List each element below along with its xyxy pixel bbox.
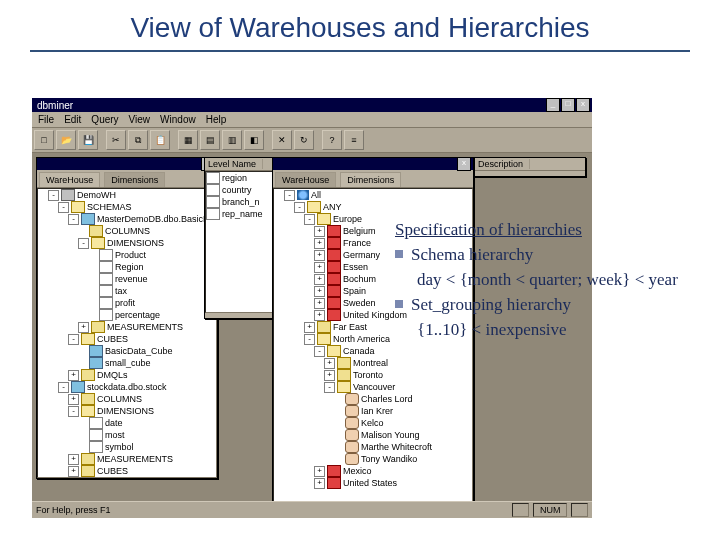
tree-node[interactable]: symbol [38, 441, 216, 453]
tree-node[interactable]: COLUMNS [38, 225, 216, 237]
tree-node[interactable]: percentage [38, 309, 216, 321]
expand-icon[interactable]: - [58, 382, 69, 393]
tree-node[interactable]: most [38, 429, 216, 441]
expand-icon[interactable]: - [314, 346, 325, 357]
cut-icon[interactable]: ✂ [106, 130, 126, 150]
tab-dimensions[interactable]: Dimensions [340, 172, 401, 187]
expand-icon[interactable]: + [314, 226, 325, 237]
expand-icon[interactable]: + [304, 322, 315, 333]
tree-node[interactable]: +MEASUREMENTS [38, 321, 216, 333]
maximize-icon[interactable]: □ [561, 98, 575, 112]
tree-node[interactable]: -DIMENSIONS [38, 237, 216, 249]
expand-icon[interactable]: - [284, 190, 295, 201]
expand-icon[interactable]: - [294, 202, 305, 213]
expand-icon[interactable]: + [68, 466, 79, 477]
tree-node[interactable]: BasicData_Cube [38, 345, 216, 357]
refresh-icon[interactable]: ↻ [294, 130, 314, 150]
save-icon[interactable]: 💾 [78, 130, 98, 150]
menu-window[interactable]: Window [160, 114, 196, 125]
tree-node[interactable]: Region [38, 261, 216, 273]
tree-node[interactable]: Charles Lord [274, 393, 472, 405]
tab-warehouse[interactable]: WareHouse [275, 172, 336, 187]
tree-node[interactable]: -All [274, 189, 472, 201]
help-icon[interactable]: ? [322, 130, 342, 150]
expand-icon[interactable]: - [324, 382, 335, 393]
expand-icon[interactable]: - [68, 214, 79, 225]
expand-icon[interactable]: + [314, 238, 325, 249]
tree-node[interactable]: -CUBES [38, 333, 216, 345]
menu-file[interactable]: File [38, 114, 54, 125]
tree-node[interactable]: small_cube [38, 357, 216, 369]
expand-icon[interactable]: - [58, 202, 69, 213]
expand-icon[interactable]: - [48, 190, 59, 201]
expand-icon[interactable]: + [68, 370, 79, 381]
tree-node[interactable]: +MEASUREMENTS [38, 453, 216, 465]
expand-icon[interactable]: + [68, 394, 79, 405]
tree-node[interactable]: +Montreal [274, 357, 472, 369]
expand-icon[interactable]: - [304, 334, 315, 345]
cancel-icon[interactable]: ✕ [272, 130, 292, 150]
close-icon[interactable]: x [576, 98, 590, 112]
child-titlebar[interactable]: x [37, 158, 217, 170]
tree-node[interactable]: Malison Young [274, 429, 472, 441]
open-icon[interactable]: 📂 [56, 130, 76, 150]
expand-icon[interactable]: - [78, 238, 89, 249]
expand-icon[interactable]: + [314, 286, 325, 297]
expand-icon[interactable]: - [304, 214, 315, 225]
tree-node[interactable]: -DemoWH [38, 189, 216, 201]
tree-node[interactable]: profit [38, 297, 216, 309]
expand-icon[interactable]: - [68, 334, 79, 345]
menu-edit[interactable]: Edit [64, 114, 81, 125]
tree-node[interactable]: Kelco [274, 417, 472, 429]
expand-icon[interactable]: + [324, 370, 335, 381]
tree-node[interactable]: -DIMENSIONS [38, 405, 216, 417]
tree-node[interactable]: -MasterDemoDB.dbo.BasicD [38, 213, 216, 225]
tool-icon[interactable]: ▦ [178, 130, 198, 150]
expand-icon[interactable]: + [314, 262, 325, 273]
tree-node[interactable]: -ANY [274, 201, 472, 213]
tab-dimensions[interactable]: Dimensions [104, 172, 165, 187]
tree-node[interactable]: date [38, 417, 216, 429]
expand-icon[interactable]: + [314, 298, 325, 309]
tab-warehouse[interactable]: WareHouse [39, 172, 100, 187]
about-icon[interactable]: ≡ [344, 130, 364, 150]
menu-query[interactable]: Query [91, 114, 118, 125]
tree-node[interactable]: Marthe Whitecroft [274, 441, 472, 453]
tool-icon[interactable]: ◧ [244, 130, 264, 150]
expand-icon[interactable]: + [314, 250, 325, 261]
close-icon[interactable]: x [457, 157, 471, 171]
paste-icon[interactable]: 📋 [150, 130, 170, 150]
tree-node[interactable]: -SCHEMAS [38, 201, 216, 213]
expand-icon[interactable]: + [68, 454, 79, 465]
tree-node[interactable]: +DMQLs [38, 369, 216, 381]
tree-node[interactable]: -Canada [274, 345, 472, 357]
tree-node[interactable]: +Toronto [274, 369, 472, 381]
expand-icon[interactable]: - [68, 406, 79, 417]
expand-icon[interactable]: + [68, 478, 79, 479]
expand-icon[interactable]: + [324, 358, 335, 369]
minimize-icon[interactable]: _ [546, 98, 560, 112]
expand-icon[interactable]: + [314, 478, 325, 489]
menu-view[interactable]: View [129, 114, 151, 125]
tool-icon[interactable]: ▥ [222, 130, 242, 150]
tree-node[interactable]: Ian Krer [274, 405, 472, 417]
tree-node[interactable]: +DMQLs [38, 477, 216, 478]
expand-icon[interactable]: + [78, 322, 89, 333]
child-titlebar[interactable]: x [273, 158, 473, 170]
tree-node[interactable]: +COLUMNS [38, 393, 216, 405]
tree-node[interactable]: -Vancouver [274, 381, 472, 393]
tree-node[interactable]: +United States [274, 477, 472, 489]
new-icon[interactable]: □ [34, 130, 54, 150]
tree-node[interactable]: revenue [38, 273, 216, 285]
expand-icon[interactable]: + [314, 274, 325, 285]
menu-help[interactable]: Help [206, 114, 227, 125]
tree-node[interactable]: -stockdata.dbo.stock [38, 381, 216, 393]
expand-icon[interactable]: + [314, 310, 325, 321]
tree-node[interactable]: +CUBES [38, 465, 216, 477]
expand-icon[interactable]: + [314, 466, 325, 477]
tree-node[interactable]: Tony Wandiko [274, 453, 472, 465]
tree-node[interactable]: Product [38, 249, 216, 261]
warehouse-tree[interactable]: -DemoWH-SCHEMAS-MasterDemoDB.dbo.BasicDC… [37, 188, 217, 478]
tree-node[interactable]: +Mexico [274, 465, 472, 477]
copy-icon[interactable]: ⧉ [128, 130, 148, 150]
